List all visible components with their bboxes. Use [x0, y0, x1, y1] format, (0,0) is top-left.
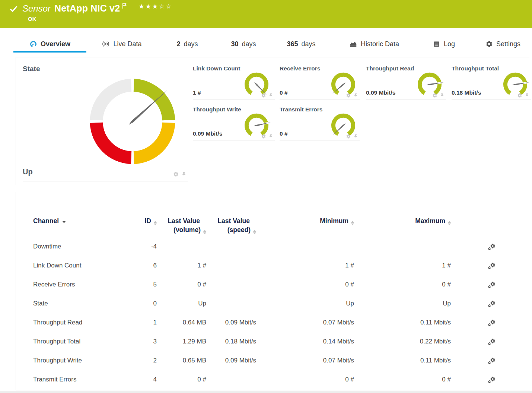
gauge-gear-icon[interactable]	[517, 93, 522, 98]
page-bottom-strip	[0, 391, 532, 393]
table-row-throughput-total: Throughput Total 3 1.29 MB 0.18 Mbit/s 0…	[33, 332, 531, 351]
gauge-card-throughput-read: Throughput Read 0.09 Mbit/s	[366, 64, 446, 99]
gauge-value: 0.09 Mbit/s	[193, 130, 222, 137]
gauge-gear-icon[interactable]	[261, 93, 266, 98]
channel-settings-gear-icon[interactable]	[488, 319, 496, 326]
gauge-value: 0.18 Mbit/s	[452, 89, 481, 96]
table-row-state: State 0 Up Up Up	[33, 294, 531, 313]
priority-stars-rating[interactable]: ★★★☆☆	[138, 3, 172, 10]
state-gear-icon[interactable]	[173, 171, 179, 177]
tab-historic-data[interactable]: Historic Data	[340, 36, 409, 52]
channel-name: Receive Errors	[33, 281, 141, 288]
column-header-id[interactable]: ID	[141, 192, 157, 225]
tab-overview[interactable]: Overview	[13, 36, 86, 52]
table-row-link-down-count: Link Down Count 6 1 # 1 # 1 #	[33, 256, 531, 275]
state-donut-gauge	[87, 76, 178, 167]
state-card-title: State	[23, 65, 40, 73]
gauge-icon	[29, 40, 37, 48]
gauge-gear-icon[interactable]	[432, 93, 437, 98]
tab-live-data[interactable]: Live Data	[95, 36, 148, 52]
channels-table-panel: Channel ID Last Value (volume) Last Valu…	[16, 192, 530, 390]
channel-settings-gear-icon[interactable]	[488, 376, 496, 383]
gauge-pin-icon[interactable]	[268, 93, 273, 98]
gauge-card-link-down-count: Link Down Count 1 #	[193, 64, 275, 99]
gauge-pin-icon[interactable]	[353, 134, 358, 139]
column-header-minimum[interactable]: Minimum	[256, 192, 354, 225]
tab-log[interactable]: Log	[427, 36, 461, 52]
gauge-title: Throughput Read	[366, 65, 414, 72]
column-header-last-value-volume[interactable]: Last Value (volume)	[157, 192, 206, 234]
gauge-pin-icon[interactable]	[525, 93, 529, 98]
channel-name: Throughput Read	[33, 319, 141, 326]
state-card-divider	[23, 181, 188, 181]
table-row-transmit-errors: Transmit Errors 4 0 # 0 # 0 #	[33, 370, 531, 389]
column-header-last-value-speed[interactable]: Last Value (speed)	[206, 192, 256, 234]
gauge-value: 0 #	[280, 130, 288, 137]
state-pin-icon[interactable]	[181, 171, 187, 177]
gauge-card-transmit-errors: Transmit Errors 0 #	[280, 105, 360, 140]
sort-icon	[203, 230, 206, 234]
gauge-pin-icon[interactable]	[268, 134, 273, 139]
gauge-value: 1 #	[193, 89, 201, 96]
tab-2-days[interactable]: 2 days	[168, 36, 206, 52]
sensor-header: Sensor NetApp NIC v2 ★★★☆☆ OK	[0, 0, 532, 28]
gauge-gear-icon[interactable]	[346, 134, 351, 139]
sort-desc-icon	[62, 221, 66, 223]
gauge-pin-icon[interactable]	[353, 93, 358, 98]
gauge-value: 0 #	[280, 89, 288, 96]
channel-name: State	[33, 300, 141, 307]
settings-gear-icon	[485, 40, 493, 48]
gauge-title: Receive Errors	[280, 65, 320, 72]
channels-table: Channel ID Last Value (volume) Last Valu…	[33, 192, 531, 389]
gauge-gear-icon[interactable]	[346, 93, 351, 98]
table-row-throughput-read: Throughput Read 1 0.64 MB 0.09 Mbit/s 0.…	[33, 313, 531, 332]
channel-settings-gear-icon[interactable]	[488, 243, 496, 250]
gauge-card-throughput-write: Throughput Write 0.09 Mbit/s	[193, 105, 275, 140]
gauge-title: Throughput Write	[193, 106, 241, 113]
log-list-icon	[433, 40, 440, 48]
channel-name: Downtime	[33, 243, 141, 250]
active-tab-underline	[13, 51, 86, 53]
table-row-downtime: Downtime -4	[33, 237, 531, 256]
table-row-receive-errors: Receive Errors 5 0 # 0 # 0 #	[33, 275, 531, 294]
channel-name: Link Down Count	[33, 262, 141, 269]
column-header-channel[interactable]: Channel	[33, 192, 141, 225]
page-title: NetApp NIC v2	[54, 3, 120, 14]
gauge-card-receive-errors: Receive Errors 0 #	[280, 64, 360, 99]
tab-settings[interactable]: Settings	[479, 36, 527, 52]
column-header-maximum[interactable]: Maximum	[354, 192, 451, 225]
sort-icon	[154, 221, 157, 225]
historic-chart-icon	[349, 40, 357, 48]
channel-settings-gear-icon[interactable]	[488, 357, 496, 364]
channel-settings-gear-icon[interactable]	[488, 300, 496, 307]
status-ok-check-icon	[10, 5, 18, 13]
channel-settings-gear-icon[interactable]	[488, 262, 496, 269]
channel-name: Transmit Errors	[33, 376, 141, 383]
channel-settings-gear-icon[interactable]	[488, 338, 496, 345]
tab-bar: Overview Live Data 2 days 30 days 365 da…	[0, 36, 532, 52]
table-row-throughput-write: Throughput Write 2 0.65 MB 0.09 Mbit/s 0…	[33, 351, 531, 370]
live-data-icon	[102, 40, 110, 48]
channel-settings-gear-icon[interactable]	[488, 281, 496, 288]
sort-icon	[253, 230, 256, 234]
gauge-gear-icon[interactable]	[261, 134, 266, 139]
gauge-card-throughput-total: Throughput Total 0.18 Mbit/s	[452, 64, 531, 99]
gauge-pin-icon[interactable]	[440, 93, 445, 98]
channel-name: Throughput Write	[33, 357, 141, 364]
sort-icon	[351, 221, 354, 225]
overview-gauges-panel: State Up Link Down Count 1 # Receive Err…	[16, 57, 530, 185]
channel-name: Throughput Total	[33, 338, 141, 345]
gauge-value: 0.09 Mbit/s	[366, 89, 395, 96]
gauge-title: Throughput Total	[452, 65, 499, 72]
priority-flag-icon[interactable]	[122, 3, 127, 9]
sensor-status-text: OK	[28, 16, 36, 22]
object-kind-label: Sensor	[22, 3, 51, 14]
sort-icon	[448, 221, 451, 225]
tab-365-days[interactable]: 365 days	[279, 36, 323, 52]
gauge-title: Transmit Errors	[280, 106, 322, 113]
tab-30-days[interactable]: 30 days	[223, 36, 264, 52]
table-header-row: Channel ID Last Value (volume) Last Valu…	[33, 192, 531, 237]
state-value-label: Up	[23, 168, 33, 176]
gauge-title: Link Down Count	[193, 65, 240, 72]
